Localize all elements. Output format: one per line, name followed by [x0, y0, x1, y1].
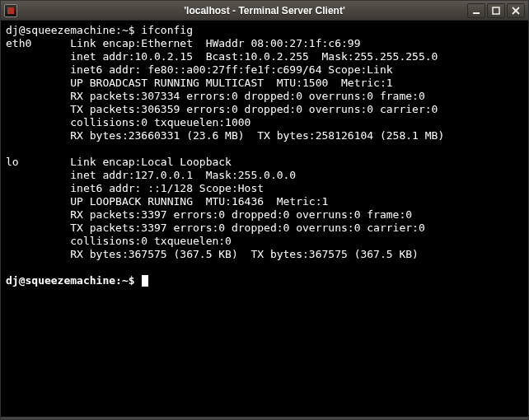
text-cursor	[142, 275, 148, 287]
minimize-button[interactable]	[467, 3, 485, 18]
maximize-button[interactable]	[487, 3, 505, 18]
shell-prompt: dj@squeezemachine:~$	[6, 274, 141, 287]
window-bottom-edge	[1, 417, 528, 419]
close-icon	[512, 7, 520, 15]
close-button[interactable]	[507, 3, 525, 18]
svg-rect-1	[493, 7, 499, 14]
titlebar[interactable]: 'localhost - Terminal Server Client'	[1, 1, 528, 21]
minimize-icon	[472, 7, 480, 15]
window-title: 'localhost - Terminal Server Client'	[1, 5, 528, 16]
maximize-icon	[492, 7, 500, 15]
terminal-output[interactable]: dj@squeezemachine:~$ ifconfig eth0 Link …	[1, 21, 528, 417]
app-icon	[4, 4, 17, 17]
window-controls	[467, 3, 525, 18]
terminal-text: dj@squeezemachine:~$ ifconfig eth0 Link …	[6, 24, 444, 260]
terminal-window: 'localhost - Terminal Server Client' dj@…	[0, 0, 529, 420]
